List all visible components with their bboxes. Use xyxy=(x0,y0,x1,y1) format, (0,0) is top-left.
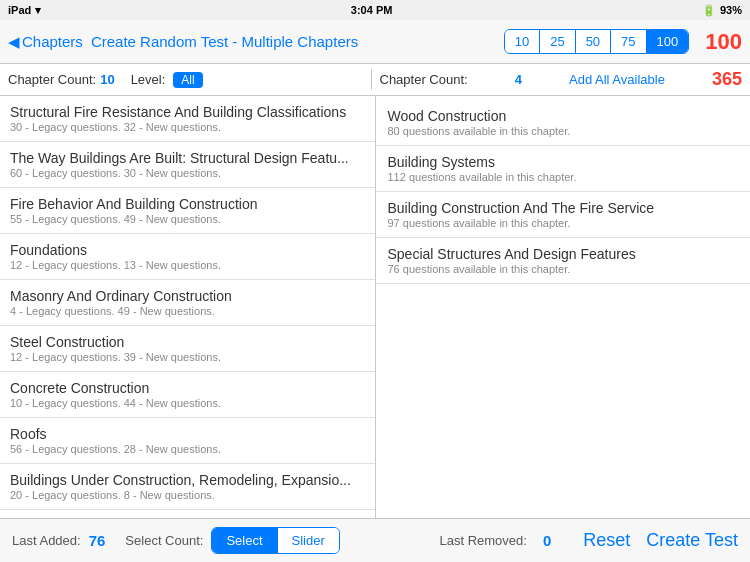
left-chapter-item[interactable]: Foundations 12 - Legacy questions. 13 - … xyxy=(0,234,375,280)
count-btn-10[interactable]: 10 xyxy=(505,30,540,53)
selected-chapter-name: Wood Construction xyxy=(388,108,739,124)
chapter-name: Foundations xyxy=(10,242,365,258)
selected-chapter-name: Special Structures And Design Features xyxy=(388,246,739,262)
chapter-name: The Way Buildings Are Built: Structural … xyxy=(10,150,365,166)
sub-header-left: Chapter Count: 10 Level: All xyxy=(8,72,371,88)
last-removed-value: 0 xyxy=(543,532,551,549)
left-chapter-item[interactable]: Buildings Under Construction, Remodeling… xyxy=(0,464,375,510)
count-btn-25[interactable]: 25 xyxy=(540,30,575,53)
chapter-name: Structural Fire Resistance And Building … xyxy=(10,104,365,120)
left-chapter-item[interactable]: Fire Behavior And Building Construction … xyxy=(0,188,375,234)
battery-label: 93% xyxy=(720,4,742,16)
selected-chapter-details: 112 questions available in this chapter. xyxy=(388,171,739,183)
bottom-bar: Last Added: 76 Select Count: Select Slid… xyxy=(0,518,750,562)
chapter-details: 56 - Legacy questions. 28 - New question… xyxy=(10,443,365,455)
nav-bar: ◀ Chapters Create Random Test - Multiple… xyxy=(0,20,750,64)
chapter-name: Concrete Construction xyxy=(10,380,365,396)
select-mode-button[interactable]: Select xyxy=(212,528,277,553)
carrier-label: iPad xyxy=(8,4,31,16)
chapter-name: Fire Behavior And Building Construction xyxy=(10,196,365,212)
right-chapter-item[interactable]: Building Systems 112 questions available… xyxy=(376,146,751,192)
count-btn-75[interactable]: 75 xyxy=(611,30,646,53)
left-chapter-item[interactable]: Structural Fire Resistance And Building … xyxy=(0,96,375,142)
slider-mode-button[interactable]: Slider xyxy=(278,528,339,553)
sub-header-right: Chapter Count: 4 Add All Available 365 xyxy=(371,69,743,90)
bottom-right: Last Removed: 0 Reset Create Test xyxy=(439,530,738,551)
chapter-name: Buildings Under Construction, Remodeling… xyxy=(10,472,365,488)
right-total-count: 365 xyxy=(712,69,742,90)
right-chapter-count-value: 4 xyxy=(515,72,522,87)
level-label: Level: xyxy=(131,72,166,87)
main-content: Structural Fire Resistance And Building … xyxy=(0,96,750,518)
chapter-details: 30 - Legacy questions. 32 - New question… xyxy=(10,121,365,133)
left-chapter-item[interactable]: Steel Construction 12 - Legacy questions… xyxy=(0,326,375,372)
battery-icon: 🔋 xyxy=(702,4,716,17)
left-panel: Structural Fire Resistance And Building … xyxy=(0,96,376,518)
count-buttons-group: 10 25 50 75 100 xyxy=(504,29,690,54)
chapter-details: 12 - Legacy questions. 13 - New question… xyxy=(10,259,365,271)
left-chapter-item[interactable]: Roofs 56 - Legacy questions. 28 - New qu… xyxy=(0,418,375,464)
chapter-name: Masonry And Ordinary Construction xyxy=(10,288,365,304)
chapter-name: Steel Construction xyxy=(10,334,365,350)
last-added-value: 76 xyxy=(89,532,106,549)
reset-button[interactable]: Reset xyxy=(583,530,630,551)
back-button[interactable]: ◀ Chapters xyxy=(8,33,83,51)
right-chapter-count-label: Chapter Count: xyxy=(380,72,468,87)
left-chapter-item[interactable]: Masonry And Ordinary Construction 4 - Le… xyxy=(0,280,375,326)
last-added-label: Last Added: xyxy=(12,533,81,548)
nav-title: Create Random Test - Multiple Chapters xyxy=(91,33,496,50)
selected-chapter-details: 97 questions available in this chapter. xyxy=(388,217,739,229)
chapter-details: 4 - Legacy questions. 49 - New questions… xyxy=(10,305,365,317)
add-all-available-button[interactable]: Add All Available xyxy=(569,72,665,87)
left-chapter-item[interactable]: The Way Buildings Are Built: Structural … xyxy=(0,142,375,188)
right-chapter-item[interactable]: Wood Construction 80 questions available… xyxy=(376,100,751,146)
left-chapter-count-label: Chapter Count: xyxy=(8,72,96,87)
nav-total-count: 100 xyxy=(705,29,742,55)
left-chapter-item[interactable]: Concrete Construction 10 - Legacy questi… xyxy=(0,372,375,418)
wifi-icon: ▾ xyxy=(35,4,41,17)
count-btn-50[interactable]: 50 xyxy=(576,30,611,53)
back-label: Chapters xyxy=(22,33,83,50)
left-chapter-item[interactable]: Non-Fire Building Collapse 0 - Legacy qu… xyxy=(0,510,375,518)
mode-buttons-group: Select Slider xyxy=(211,527,339,554)
level-value: All xyxy=(173,72,202,88)
create-test-button[interactable]: Create Test xyxy=(646,530,738,551)
chapter-details: 10 - Legacy questions. 44 - New question… xyxy=(10,397,365,409)
chapter-details: 12 - Legacy questions. 39 - New question… xyxy=(10,351,365,363)
right-chapter-item[interactable]: Building Construction And The Fire Servi… xyxy=(376,192,751,238)
chapter-details: 60 - Legacy questions. 30 - New question… xyxy=(10,167,365,179)
selected-chapter-details: 76 questions available in this chapter. xyxy=(388,263,739,275)
sub-header: Chapter Count: 10 Level: All Chapter Cou… xyxy=(0,64,750,96)
time-label: 3:04 PM xyxy=(351,4,393,16)
right-panel: Wood Construction 80 questions available… xyxy=(376,96,751,518)
selected-chapter-details: 80 questions available in this chapter. xyxy=(388,125,739,137)
chapter-details: 20 - Legacy questions. 8 - New questions… xyxy=(10,489,365,501)
right-chapter-item[interactable]: Special Structures And Design Features 7… xyxy=(376,238,751,284)
count-btn-100[interactable]: 100 xyxy=(647,30,689,53)
chapter-name: Roofs xyxy=(10,426,365,442)
chapter-details: 55 - Legacy questions. 49 - New question… xyxy=(10,213,365,225)
select-count-label: Select Count: xyxy=(125,533,203,548)
selected-chapter-name: Building Construction And The Fire Servi… xyxy=(388,200,739,216)
status-bar: iPad ▾ 3:04 PM 🔋 93% xyxy=(0,0,750,20)
last-removed-label: Last Removed: xyxy=(439,533,526,548)
left-chapter-count-value: 10 xyxy=(100,72,114,87)
selected-chapter-name: Building Systems xyxy=(388,154,739,170)
back-chevron-icon: ◀ xyxy=(8,33,20,51)
